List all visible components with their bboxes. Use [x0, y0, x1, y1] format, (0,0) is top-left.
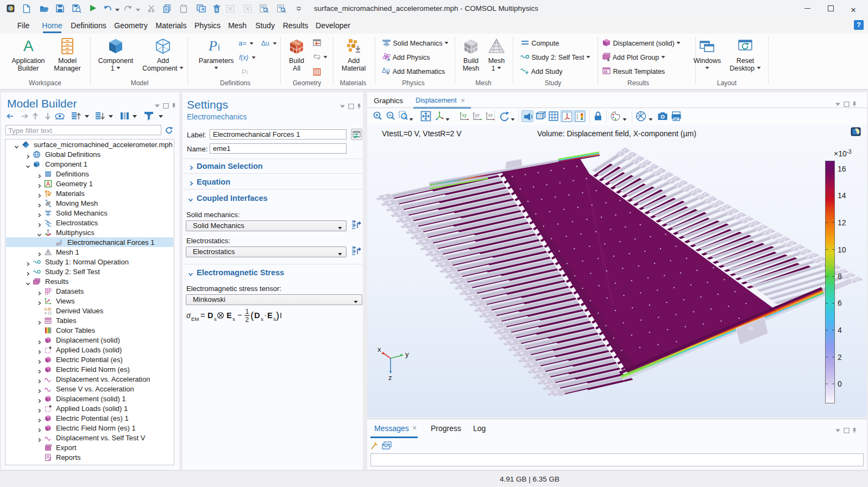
svg-text:I: I: [280, 311, 282, 320]
svg-text:i: i: [247, 69, 248, 75]
svg-text:·: ·: [264, 311, 267, 319]
svg-text:f(x): f(x): [239, 54, 248, 61]
svg-text:D: D: [254, 311, 260, 320]
svg-text:a=: a=: [238, 39, 247, 47]
svg-text:yz: yz: [475, 112, 480, 118]
svg-text:P: P: [242, 68, 247, 76]
svg-text:1: 1: [246, 308, 249, 315]
svg-text:2: 2: [246, 316, 249, 324]
svg-text:EM: EM: [191, 316, 199, 322]
svg-text:D: D: [207, 311, 213, 320]
svg-text:(: (: [250, 309, 254, 321]
svg-text:e-12: e-12: [45, 311, 52, 314]
svg-text:s: s: [261, 316, 263, 322]
svg-text:): ): [276, 309, 279, 321]
svg-text:i: i: [218, 42, 220, 53]
svg-text:xy: xy: [462, 112, 467, 118]
svg-text:s: s: [232, 316, 235, 322]
svg-text:σ: σ: [186, 311, 191, 320]
svg-text:=: =: [200, 311, 205, 320]
svg-text:y: y: [405, 350, 409, 358]
svg-text:s: s: [214, 316, 217, 322]
svg-text:Δu: Δu: [261, 40, 269, 47]
svg-text:P: P: [208, 38, 217, 54]
svg-text:A: A: [23, 37, 34, 54]
svg-text:−: −: [237, 311, 242, 319]
svg-text:x: x: [378, 346, 381, 353]
svg-text:E: E: [227, 311, 232, 320]
svg-text:E: E: [267, 311, 273, 320]
svg-text:z: z: [388, 374, 392, 382]
svg-text:xz: xz: [488, 112, 493, 118]
